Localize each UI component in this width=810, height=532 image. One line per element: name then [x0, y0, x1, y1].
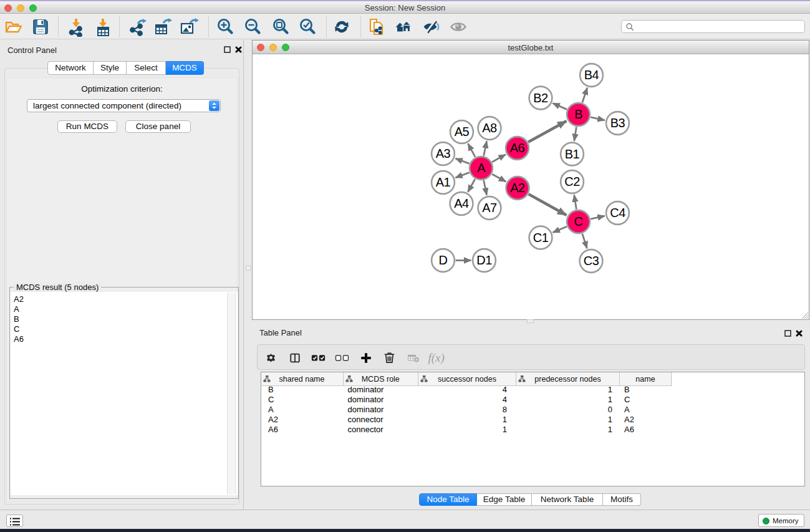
svg-text:B2: B2 — [533, 91, 548, 105]
svg-text:C3: C3 — [583, 254, 599, 268]
svg-text:A2: A2 — [510, 181, 525, 195]
svg-text:B4: B4 — [584, 68, 599, 82]
svg-text:A5: A5 — [454, 125, 469, 138]
svg-text:B1: B1 — [564, 147, 579, 161]
svg-text:D: D — [438, 253, 447, 267]
svg-text:B3: B3 — [610, 116, 625, 130]
svg-text:A3: A3 — [435, 147, 450, 160]
svg-text:C1: C1 — [533, 231, 548, 244]
svg-text:C: C — [574, 215, 582, 228]
svg-text:B: B — [574, 107, 582, 121]
svg-text:D1: D1 — [476, 253, 492, 267]
svg-text:A4: A4 — [454, 196, 469, 210]
svg-text:A: A — [477, 161, 486, 175]
svg-text:A1: A1 — [435, 175, 450, 189]
svg-text:C2: C2 — [564, 175, 580, 188]
svg-text:A7: A7 — [482, 201, 497, 215]
svg-text:C4: C4 — [610, 206, 625, 220]
svg-text:A8: A8 — [482, 121, 497, 135]
svg-text:A6: A6 — [509, 141, 524, 155]
